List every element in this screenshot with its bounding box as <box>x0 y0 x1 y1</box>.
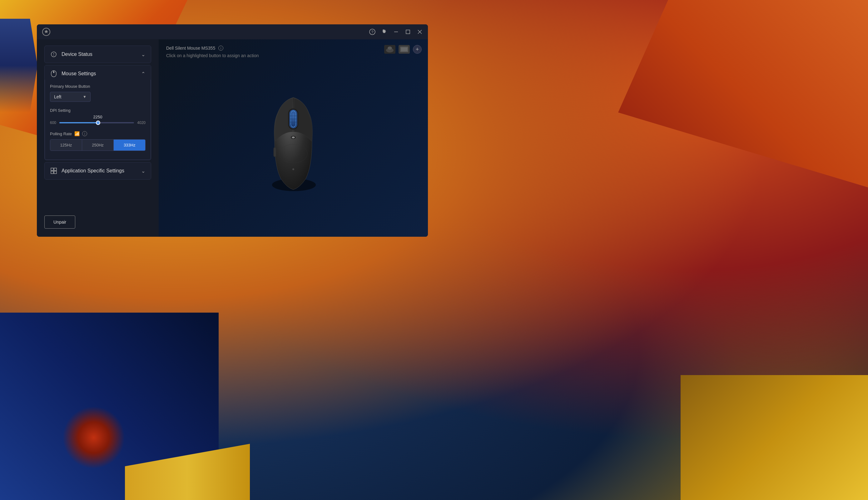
svg-point-31 <box>292 136 295 138</box>
dpi-max-label: 4020 <box>137 121 146 125</box>
dpi-section: DPI Setting 2250 600 4020 <box>50 108 146 125</box>
title-bar-right: ? <box>369 29 423 35</box>
device-title-row: Dell Silent Mouse MS355 i <box>166 46 420 50</box>
dpi-slider-thumb <box>96 121 100 125</box>
mouse-settings-left: Mouse Settings <box>50 70 96 77</box>
device-status-icon <box>50 51 57 58</box>
device-status-left: Device Status <box>50 51 92 58</box>
right-panel: Dell Silent Mouse MS355 i Click on a hig… <box>159 39 428 237</box>
dpi-slider-fill <box>59 122 98 123</box>
device-info-icon[interactable]: i <box>218 46 223 50</box>
primary-button-label: Primary Mouse Button <box>50 84 146 89</box>
dropdown-arrow-icon: ▼ <box>83 95 87 99</box>
device-status-section[interactable]: Device Status ⌄ <box>44 46 151 63</box>
polling-buttons: 125Hz 250Hz 333Hz <box>50 139 146 151</box>
mouse-settings-label: Mouse Settings <box>61 71 96 77</box>
mouse-settings-content: Primary Mouse Button Left ▼ DPI Setting … <box>45 80 151 160</box>
dpi-label: DPI Setting <box>50 108 146 113</box>
mouse-visual <box>166 58 420 230</box>
polling-label: Polling Rate <box>50 132 72 136</box>
svg-text:?: ? <box>372 30 374 34</box>
dpi-value: 2250 <box>50 115 146 119</box>
app-logo-icon <box>42 27 50 36</box>
polling-btn-250[interactable]: 250Hz <box>82 140 114 150</box>
svg-rect-16 <box>51 171 54 174</box>
dpi-slider-row: 600 4020 <box>50 121 146 125</box>
profile-thumb-2[interactable] <box>399 45 410 54</box>
close-button[interactable] <box>417 29 423 35</box>
help-button[interactable]: ? <box>369 29 375 35</box>
svg-point-34 <box>292 168 294 170</box>
unpair-section: Unpair <box>41 212 155 234</box>
add-profile-button[interactable]: + <box>413 45 422 54</box>
app-specific-label: Application Specific Settings <box>61 168 124 174</box>
polling-btn-333[interactable]: 333Hz <box>114 140 145 150</box>
primary-button-group: Primary Mouse Button Left ▼ <box>50 84 146 102</box>
wireless-icon: 📶 <box>75 131 80 136</box>
sidebar: Device Status ⌄ <box>37 39 159 237</box>
app-specific-section[interactable]: Application Specific Settings ⌄ <box>44 162 151 180</box>
polling-section: Polling Rate 📶 i 125Hz 250Hz <box>50 131 146 151</box>
svg-rect-17 <box>54 171 57 174</box>
app-window: ? <box>37 24 428 237</box>
device-status-chevron: ⌄ <box>141 52 145 57</box>
device-name: Dell Silent Mouse MS355 <box>166 46 215 50</box>
svg-point-10 <box>54 55 54 56</box>
profile-thumb-1[interactable] <box>384 45 396 54</box>
title-bar-left <box>42 27 50 36</box>
device-subtitle: Click on a highlighted button to assign … <box>166 53 420 58</box>
primary-button-dropdown[interactable]: Left ▼ <box>50 92 91 102</box>
app-specific-chevron: ⌄ <box>141 168 145 174</box>
svg-rect-21 <box>401 47 407 51</box>
polling-btn-125[interactable]: 125Hz <box>50 140 82 150</box>
sidebar-full: Device Status ⌄ <box>41 43 155 234</box>
panel-top-right: + <box>384 45 422 54</box>
settings-button[interactable] <box>381 29 387 35</box>
main-content: Device Status ⌄ <box>37 39 428 237</box>
polling-info-icon[interactable]: i <box>82 131 87 136</box>
svg-rect-5 <box>406 30 410 34</box>
primary-button-value: Left <box>54 94 61 99</box>
svg-point-19 <box>388 47 392 50</box>
device-status-label: Device Status <box>61 52 92 57</box>
unpair-button[interactable]: Unpair <box>44 216 75 229</box>
app-specific-left: Application Specific Settings <box>50 167 124 174</box>
mouse-settings-icon <box>50 70 57 77</box>
polling-header: Polling Rate 📶 i <box>50 131 146 136</box>
mouse-settings-chevron: ⌃ <box>141 71 145 77</box>
svg-rect-32 <box>274 147 276 157</box>
svg-rect-15 <box>54 168 57 171</box>
dpi-slider-track[interactable] <box>59 122 134 123</box>
sidebar-sections: Device Status ⌄ <box>41 43 155 212</box>
title-bar: ? <box>37 24 428 39</box>
svg-rect-14 <box>51 168 54 171</box>
maximize-button[interactable] <box>405 29 411 35</box>
mouse-settings-section: Mouse Settings ⌃ Primary Mouse Button Le… <box>44 65 151 160</box>
app-specific-icon <box>50 167 57 174</box>
minimize-button[interactable] <box>393 29 399 35</box>
dpi-min-label: 600 <box>50 121 56 125</box>
svg-rect-13 <box>53 71 54 73</box>
mouse-image <box>256 91 331 197</box>
